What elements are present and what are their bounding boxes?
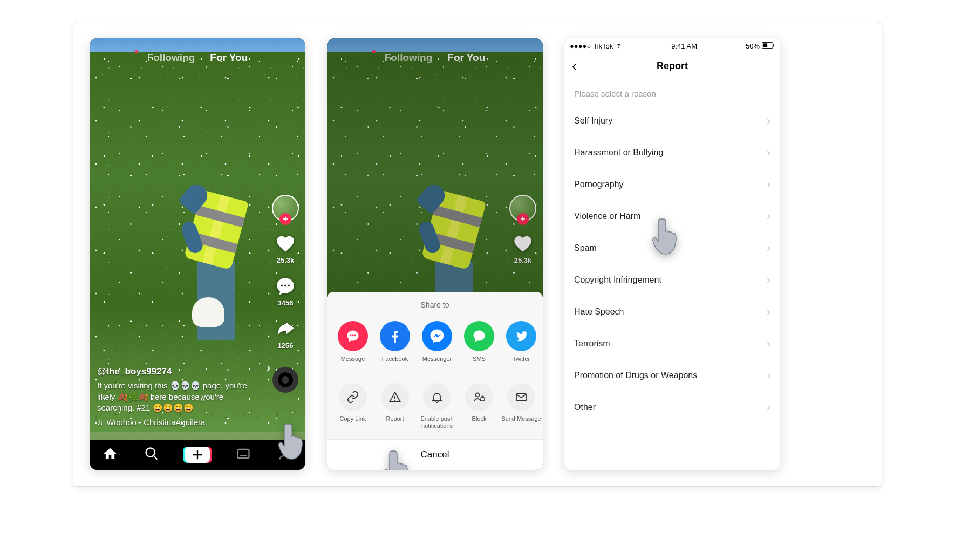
reason-other[interactable]: Other› [564,391,780,423]
nav-profile[interactable] [277,446,292,463]
follow-plus-icon[interactable]: + [279,213,291,225]
reason-violence[interactable]: Violence or Harm› [564,200,780,232]
like-button[interactable]: 25.3k [275,234,296,264]
report-reasons-list: Self Injury› Harassment or Bullying› Por… [564,105,780,423]
inbox-icon [236,446,251,461]
search-icon [144,446,159,461]
chevron-right-icon: › [767,178,770,190]
status-time: 9:41 AM [671,42,697,50]
reason-pornography[interactable]: Pornography› [564,168,780,200]
report-title: Report [657,60,688,72]
svg-point-2 [288,285,290,287]
phone-screen-2: Following For You + 25.3k Share to Messa… [327,38,543,470]
chevron-right-icon: › [767,146,770,159]
signal-dots-icon: ●●●●○ [570,42,591,50]
svg-rect-14 [481,398,485,401]
creator-avatar[interactable]: + [272,195,299,222]
like-count: 25.3k [277,256,295,264]
phone-screen-1: Following For You + 25.3k 3456 1256 ♪ @t… [90,38,305,470]
report-header: ‹ Report [564,53,780,79]
music-icon: ♫ [97,418,103,427]
share-messenger[interactable]: Messenger [417,321,458,363]
nav-home[interactable] [103,446,118,463]
action-push-notifications[interactable]: Enable push notifications [417,383,458,429]
sound-label[interactable]: ♫Woohoo - ChristinaAguilera [97,418,257,427]
report-subtitle: Please select a reason [564,79,780,105]
action-send-message[interactable]: Send Message [501,383,542,429]
comment-icon [275,276,296,297]
chevron-right-icon: › [767,114,770,127]
svg-rect-18 [773,44,774,47]
battery-icon [762,42,775,50]
svg-rect-17 [763,43,767,47]
share-title: Share to [327,292,543,318]
reason-terrorism[interactable]: Terrorism› [564,327,780,359]
nav-discover[interactable] [144,446,159,463]
share-sms[interactable]: SMS [459,321,500,363]
video-caption: @the_boys99274 If you're visiting this 💀… [97,366,257,427]
nav-inbox[interactable] [236,446,251,463]
chevron-right-icon: › [767,305,770,318]
comment-button[interactable]: 3456 [275,276,296,307]
svg-point-3 [146,448,154,457]
share-apps-row[interactable]: Message Facebook Messenger SMS Twitter [327,318,543,372]
action-copy-link[interactable]: Copy Link [332,383,373,429]
cancel-button[interactable]: Cancel [327,439,543,470]
back-button[interactable]: ‹ [572,58,577,74]
reason-copyright[interactable]: Copyright Infringement› [564,264,780,296]
creator-username[interactable]: @the_boys99274 [97,366,257,377]
chevron-right-icon: › [767,401,770,413]
nav-create[interactable] [185,447,210,463]
heart-icon [275,234,296,254]
share-button[interactable]: 1256 [275,319,296,350]
share-message[interactable]: Message [332,321,373,363]
share-actions-row[interactable]: Copy Link Report Enable push notificatio… [327,373,543,439]
share-icon [275,319,296,339]
reason-hate-speech[interactable]: Hate Speech› [564,296,780,327]
chevron-right-icon: › [767,337,770,350]
svg-point-9 [352,335,353,337]
status-bar: ●●●●○ TikTok 9:41 AM 50% [564,38,780,53]
reason-self-injury[interactable]: Self Injury› [564,105,780,136]
tutorial-panels: Following For You + 25.3k 3456 1256 ♪ @t… [73,22,882,487]
share-facebook[interactable]: Facebook [374,321,415,363]
link-icon [346,391,359,404]
wifi-icon [615,42,623,51]
phone-screen-3: ●●●●○ TikTok 9:41 AM 50% ‹ Report Please… [564,38,780,470]
profile-icon [277,446,292,461]
battery-label: 50% [746,42,760,50]
action-block[interactable]: Block [459,383,500,429]
chevron-right-icon: › [767,242,770,254]
tab-following[interactable]: Following [147,52,195,64]
caption-text: If you're visiting this 💀💀💀 page, you're… [97,380,257,413]
chevron-right-icon: › [767,369,770,381]
reason-spam[interactable]: Spam› [564,232,780,264]
svg-point-10 [354,335,356,337]
messenger-icon [429,328,445,344]
sound-disc[interactable]: ♪ [272,367,298,393]
svg-point-0 [281,285,283,287]
action-rail: + 25.3k 3456 1256 ♪ [272,195,299,393]
feed-tabs: Following For You [90,52,305,64]
svg-point-12 [394,400,395,401]
notification-dot [135,50,138,53]
action-report[interactable]: Report [374,383,415,429]
bottom-nav [90,440,305,470]
svg-point-1 [284,285,286,287]
reason-drugs-weapons[interactable]: Promotion of Drugs or Weapons› [564,359,780,391]
envelope-icon [515,391,528,404]
svg-point-7 [282,449,287,454]
share-sheet: Share to Message Facebook Messenger SMS … [327,292,543,470]
sms-icon [472,329,487,344]
plus-icon [190,447,205,462]
bell-icon [431,391,444,404]
svg-point-8 [350,335,351,337]
tab-for-you[interactable]: For You [210,52,248,64]
comment-count: 3456 [278,299,294,307]
share-twitter[interactable]: Twitter [501,321,542,363]
carrier-label: TikTok [593,42,613,50]
message-icon [345,329,360,344]
svg-rect-5 [238,449,249,458]
reason-harassment[interactable]: Harassment or Bullying› [564,136,780,168]
chevron-right-icon: › [767,210,770,222]
